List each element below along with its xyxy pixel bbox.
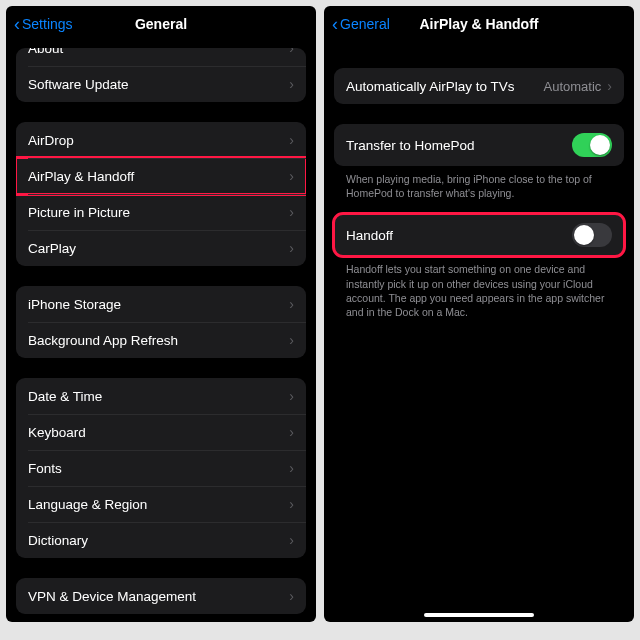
row-dictionary[interactable]: Dictionary ›: [16, 522, 306, 558]
label: Transfer to HomePod: [346, 138, 475, 153]
back-button[interactable]: ‹ Settings: [14, 6, 73, 42]
chevron-right-icon: ›: [289, 168, 294, 184]
handoff-toggle[interactable]: [572, 223, 612, 247]
right-screen: ‹ General AirPlay & Handoff Automaticall…: [324, 6, 634, 622]
row-iphone-storage[interactable]: iPhone Storage ›: [16, 286, 306, 322]
row-keyboard[interactable]: Keyboard ›: [16, 414, 306, 450]
back-button[interactable]: ‹ General: [332, 6, 390, 42]
label: About: [28, 48, 63, 56]
chevron-right-icon: ›: [289, 388, 294, 404]
label: Fonts: [28, 461, 62, 476]
content: About › Software Update › AirDrop › AirP…: [6, 42, 316, 622]
label: Date & Time: [28, 389, 102, 404]
label: AirPlay & Handoff: [28, 169, 134, 184]
group-vpn: VPN & Device Management ›: [16, 578, 306, 614]
group-airplay: AirDrop › AirPlay & Handoff › Picture in…: [16, 122, 306, 266]
label: Keyboard: [28, 425, 86, 440]
handoff-footer: Handoff lets you start something on one …: [334, 256, 624, 319]
chevron-right-icon: ›: [289, 48, 294, 56]
row-vpn-device-management[interactable]: VPN & Device Management ›: [16, 578, 306, 614]
row-picture-in-picture[interactable]: Picture in Picture ›: [16, 194, 306, 230]
chevron-right-icon: ›: [289, 496, 294, 512]
label: Background App Refresh: [28, 333, 178, 348]
toggle-knob: [574, 225, 594, 245]
label: AirDrop: [28, 133, 74, 148]
row-language-region[interactable]: Language & Region ›: [16, 486, 306, 522]
group-auto-airplay: Automatically AirPlay to TVs Automatic ›: [334, 68, 624, 104]
label: Picture in Picture: [28, 205, 130, 220]
label: Software Update: [28, 77, 129, 92]
label: CarPlay: [28, 241, 76, 256]
chevron-right-icon: ›: [607, 78, 612, 94]
back-label: Settings: [22, 16, 73, 32]
chevron-right-icon: ›: [289, 460, 294, 476]
group-about: About › Software Update ›: [16, 48, 306, 102]
transfer-homepod-toggle[interactable]: [572, 133, 612, 157]
row-date-time[interactable]: Date & Time ›: [16, 378, 306, 414]
label: Handoff: [346, 228, 393, 243]
chevron-left-icon: ‹: [14, 15, 20, 33]
group-localization: Date & Time › Keyboard › Fonts › Languag…: [16, 378, 306, 558]
row-carplay[interactable]: CarPlay ›: [16, 230, 306, 266]
label: Dictionary: [28, 533, 88, 548]
row-airdrop[interactable]: AirDrop ›: [16, 122, 306, 158]
chevron-right-icon: ›: [289, 424, 294, 440]
page-title: General: [135, 16, 187, 32]
chevron-right-icon: ›: [289, 204, 294, 220]
row-fonts[interactable]: Fonts ›: [16, 450, 306, 486]
chevron-left-icon: ‹: [332, 15, 338, 33]
chevron-right-icon: ›: [289, 532, 294, 548]
chevron-right-icon: ›: [289, 588, 294, 604]
group-handoff: Handoff: [334, 214, 624, 256]
row-about[interactable]: About ›: [16, 48, 306, 66]
navbar: ‹ General AirPlay & Handoff: [324, 6, 634, 42]
page-title: AirPlay & Handoff: [419, 16, 538, 32]
label: Language & Region: [28, 497, 147, 512]
row-airplay-handoff[interactable]: AirPlay & Handoff ›: [16, 158, 306, 194]
row-auto-airplay[interactable]: Automatically AirPlay to TVs Automatic ›: [334, 68, 624, 104]
row-transfer-homepod: Transfer to HomePod: [334, 124, 624, 166]
chevron-right-icon: ›: [289, 132, 294, 148]
left-screen: ‹ Settings General About › Software Upda…: [6, 6, 316, 622]
chevron-right-icon: ›: [289, 240, 294, 256]
toggle-knob: [590, 135, 610, 155]
label: VPN & Device Management: [28, 589, 196, 604]
navbar: ‹ Settings General: [6, 6, 316, 42]
row-software-update[interactable]: Software Update ›: [16, 66, 306, 102]
label: iPhone Storage: [28, 297, 121, 312]
row-background-app-refresh[interactable]: Background App Refresh ›: [16, 322, 306, 358]
row-handoff: Handoff: [334, 214, 624, 256]
transfer-homepod-footer: When playing media, bring iPhone close t…: [334, 166, 624, 200]
group-storage: iPhone Storage › Background App Refresh …: [16, 286, 306, 358]
value: Automatic: [544, 79, 602, 94]
content: Automatically AirPlay to TVs Automatic ›…: [324, 42, 634, 329]
chevron-right-icon: ›: [289, 332, 294, 348]
chevron-right-icon: ›: [289, 76, 294, 92]
back-label: General: [340, 16, 390, 32]
chevron-right-icon: ›: [289, 296, 294, 312]
home-indicator[interactable]: [424, 613, 534, 617]
label: Automatically AirPlay to TVs: [346, 79, 515, 94]
group-transfer-homepod: Transfer to HomePod: [334, 124, 624, 166]
